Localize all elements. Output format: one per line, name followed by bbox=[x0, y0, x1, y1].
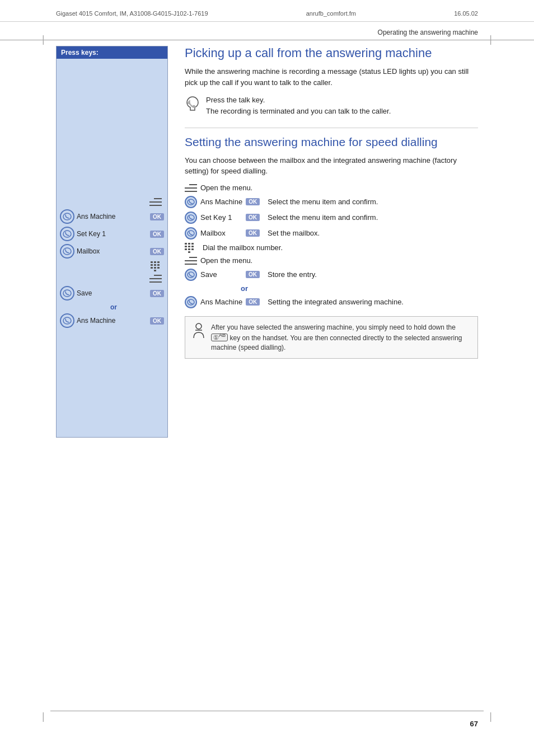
step-row-open-menu-1: Open the menu. bbox=[185, 184, 478, 192]
separator-1 bbox=[185, 128, 478, 128]
step-handset-icon-2 bbox=[187, 214, 195, 221]
svg-rect-18 bbox=[149, 281, 162, 283]
header-center: anrufb_comfort.fm bbox=[306, 10, 356, 17]
main-content: Press keys: bbox=[0, 40, 534, 449]
svg-rect-23 bbox=[185, 191, 197, 192]
step-row-ans-machine-last: Ans Machine OK Setting the integrated an… bbox=[185, 296, 478, 308]
step-phone-icon-3 bbox=[185, 227, 197, 240]
footer-line bbox=[50, 711, 484, 711]
section-heading: Operating the answering machine bbox=[0, 25, 534, 40]
step-row-or: or bbox=[185, 284, 478, 293]
section1-title: Picking up a call from the answering mac… bbox=[185, 46, 478, 60]
header-right: 16.05.02 bbox=[454, 10, 478, 17]
step-dialpad-icon bbox=[185, 243, 196, 253]
svg-rect-37 bbox=[189, 257, 197, 258]
svg-point-25 bbox=[188, 215, 194, 220]
step-row-set-key: Set Key 1 OK Select the menu item and co… bbox=[185, 212, 478, 224]
svg-rect-8 bbox=[157, 261, 160, 263]
step-ok-badge-save: OK bbox=[246, 271, 260, 278]
menu-icon-row-2 bbox=[60, 274, 164, 283]
step-text-dialpad: Dial the mailbox number. bbox=[203, 243, 283, 252]
svg-point-19 bbox=[63, 290, 71, 297]
svg-rect-12 bbox=[151, 267, 153, 269]
phone-icon-5 bbox=[60, 313, 74, 328]
svg-point-5 bbox=[63, 248, 71, 255]
key-row-ans-machine-1: Ans Machine OK bbox=[60, 209, 164, 224]
svg-rect-1 bbox=[149, 201, 162, 203]
step-handset-icon-4 bbox=[187, 271, 195, 278]
note-box: After you have selected the answering ma… bbox=[185, 316, 478, 359]
svg-rect-34 bbox=[188, 248, 190, 250]
svg-rect-39 bbox=[185, 264, 197, 265]
corner-mark-bl: | bbox=[42, 711, 45, 722]
step-handset-icon-3 bbox=[187, 230, 195, 237]
phone-icon-2 bbox=[60, 227, 74, 241]
key-label-set-key-1: Set Key 1 bbox=[77, 230, 148, 238]
key-1ab-badge: ①AB bbox=[211, 334, 228, 341]
step-row-dialpad: Dial the mailbox number. bbox=[185, 243, 478, 253]
svg-rect-27 bbox=[185, 243, 187, 245]
handset-icon-5 bbox=[63, 317, 72, 325]
step-ok-badge-mailbox: OK bbox=[246, 229, 260, 237]
step-text-set-key: Select the menu item and confirm. bbox=[268, 213, 378, 222]
key-row-set-key-1: Set Key 1 OK bbox=[60, 227, 164, 241]
step-text-save: Store the entry. bbox=[268, 270, 317, 279]
step-text-open-menu-1: Open the menu. bbox=[200, 184, 252, 192]
svg-rect-2 bbox=[149, 205, 162, 206]
svg-rect-28 bbox=[188, 243, 190, 245]
step-phone-icon-5 bbox=[185, 296, 197, 308]
section2-title: Setting the answering machine for speed … bbox=[185, 135, 478, 149]
step-ok-badge-ans-machine-last: OK bbox=[246, 298, 260, 306]
step-label-save: Save bbox=[200, 270, 242, 279]
corner-mark-br: | bbox=[489, 711, 492, 722]
step-ok-badge-set-key: OK bbox=[246, 214, 260, 221]
step-phone-icon-1 bbox=[185, 196, 197, 208]
phone-icon-1 bbox=[60, 209, 74, 224]
step-label-mailbox: Mailbox bbox=[200, 229, 242, 237]
step-label-set-key: Set Key 1 bbox=[200, 213, 242, 222]
person-line-icon bbox=[192, 322, 205, 338]
key-row-mailbox: Mailbox OK bbox=[60, 244, 164, 259]
svg-point-24 bbox=[188, 199, 194, 205]
svg-rect-17 bbox=[149, 278, 162, 279]
step-menu-icon-1 bbox=[185, 184, 197, 192]
key-label-mailbox: Mailbox bbox=[77, 247, 148, 255]
svg-rect-6 bbox=[151, 261, 153, 263]
header-left: Gigaset 4015 Comfort, IM, A31008-G4015-J… bbox=[56, 10, 208, 17]
step-label-ans-machine: Ans Machine bbox=[200, 198, 242, 206]
dialpad-icon bbox=[151, 261, 162, 271]
ok-badge-4: OK bbox=[150, 290, 164, 297]
key-label-save: Save bbox=[77, 289, 148, 297]
section2-body: You can choose between the mailbox and t… bbox=[185, 155, 478, 177]
svg-rect-15 bbox=[154, 270, 156, 271]
press-keys-panel: Press keys: bbox=[56, 46, 168, 438]
svg-point-3 bbox=[63, 213, 71, 220]
svg-rect-11 bbox=[157, 264, 160, 266]
corner-mark-tr: | bbox=[489, 34, 492, 45]
svg-point-40 bbox=[188, 272, 194, 278]
step-row-save: Save OK Store the entry. bbox=[185, 269, 478, 281]
svg-rect-30 bbox=[185, 246, 187, 247]
ok-badge-3: OK bbox=[150, 248, 164, 255]
svg-rect-29 bbox=[191, 243, 194, 245]
press-keys-body: Ans Machine OK Set Key 1 OK bbox=[57, 59, 167, 335]
menu-icon-row-1 bbox=[60, 198, 164, 206]
handset-icon-4 bbox=[63, 289, 72, 297]
svg-rect-36 bbox=[188, 251, 190, 253]
svg-rect-22 bbox=[185, 187, 197, 189]
svg-rect-16 bbox=[154, 275, 162, 276]
step-text-ans-machine-last: Setting the integrated answering machine… bbox=[268, 298, 404, 306]
note-text: After you have selected the answering ma… bbox=[211, 322, 471, 353]
key-label-ans-machine-2: Ans Machine bbox=[77, 317, 148, 325]
step-phone-icon-4 bbox=[185, 269, 197, 281]
svg-rect-32 bbox=[191, 246, 194, 247]
right-column: Picking up a call from the answering mac… bbox=[185, 46, 478, 438]
key-label-ans-machine-1: Ans Machine bbox=[77, 213, 148, 220]
svg-rect-35 bbox=[191, 248, 194, 250]
dialpad-icon-row bbox=[60, 261, 164, 271]
handset-icon-3 bbox=[63, 247, 72, 255]
page-number: 67 bbox=[470, 720, 478, 728]
step-row-open-menu-2: Open the menu. bbox=[185, 256, 478, 265]
talk-key-icon bbox=[185, 96, 200, 111]
svg-rect-0 bbox=[154, 198, 162, 199]
